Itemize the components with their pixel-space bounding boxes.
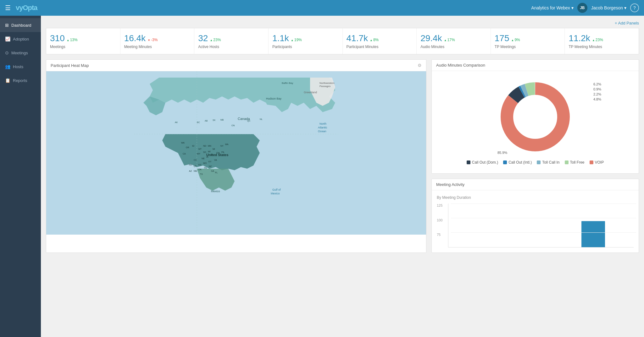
gridline-top — [451, 204, 636, 204]
heatmap-panel: Participant Heat Map ⚙ — [46, 59, 426, 253]
reports-icon: 📋 — [5, 78, 10, 83]
stat-meetings-value: 310 — [50, 33, 65, 43]
svg-text:AB: AB — [205, 120, 208, 122]
stat-audio-minutes-top: 29.4k 17% — [420, 33, 487, 43]
sidebar: ⊞ Dashboard 📈 Adoption ⊙ Meetings 👥 Host… — [0, 16, 41, 337]
stat-meeting-minutes-top: 16.4k -3% — [124, 33, 191, 43]
donut-legend: Call Out (Dom.) Call Out (Intl.) Toll Ca… — [467, 160, 604, 168]
sidebar-item-adoption[interactable]: 📈 Adoption — [0, 32, 41, 46]
stat-meeting-minutes-value: 16.4k — [124, 33, 146, 43]
svg-text:Mexico: Mexico — [211, 190, 220, 193]
add-panels-link[interactable]: + Add Panels — [615, 21, 639, 25]
stat-meeting-minutes-change: -3% — [147, 38, 158, 42]
hamburger-icon[interactable]: ☰ — [5, 4, 11, 12]
stat-tp-meetings-top: 175 9% — [495, 33, 561, 43]
activity-subtitle: By Meeting Duration — [437, 195, 634, 200]
svg-text:UT: UT — [194, 165, 197, 167]
svg-text:ON: ON — [231, 124, 235, 127]
y-label-125: 125 — [437, 204, 442, 207]
sidebar-item-dashboard[interactable]: ⊞ Dashboard — [0, 18, 41, 32]
stat-tp-meetings-change: 9% — [511, 38, 520, 42]
donut-labels: 6.2% 0.9% 2.2% 4.8% — [593, 82, 601, 102]
stat-active-hosts: 32 23% Active Hosts — [194, 28, 269, 54]
sidebar-label-adoption: Adoption — [13, 37, 29, 41]
svg-text:MT: MT — [198, 148, 202, 150]
svg-text:North: North — [319, 122, 326, 125]
svg-text:IL: IL — [211, 154, 213, 156]
right-panels: Audio Minutes Comparison — [431, 59, 639, 253]
svg-text:KY: KY — [208, 160, 212, 163]
hosts-icon: 👥 — [5, 64, 10, 69]
svg-text:NC: NC — [209, 165, 212, 167]
stat-active-hosts-label: Active Hosts — [198, 45, 264, 49]
avatar-initials: JB — [580, 6, 585, 10]
topbar-right: Analytics for Webex ▾ JB Jacob Borgeson … — [531, 3, 639, 13]
help-label: ? — [633, 5, 636, 10]
gridline-mid1 — [451, 218, 636, 218]
sidebar-item-reports[interactable]: 📋 Reports — [0, 73, 41, 87]
svg-text:OK: OK — [198, 168, 202, 171]
svg-text:Hudson Bay: Hudson Bay — [266, 97, 282, 100]
user-menu[interactable]: Jacob Borgeson ▾ — [591, 5, 626, 10]
up-icon5 — [444, 38, 447, 42]
stat-meetings-top: 310 13% — [50, 33, 116, 43]
sidebar-item-hosts[interactable]: 👥 Hosts — [0, 60, 41, 73]
svg-text:MB: MB — [220, 119, 224, 121]
stat-tp-meeting-minutes-top: 11.2k 23% — [569, 33, 635, 43]
y-axis: 125 100 75 — [437, 204, 442, 247]
svg-text:KS: KS — [198, 164, 202, 166]
svg-text:Northwestern: Northwestern — [319, 82, 335, 84]
analytics-dropdown[interactable]: Analytics for Webex ▾ — [531, 5, 573, 10]
stat-participant-minutes-change: 8% — [370, 38, 379, 42]
gear-icon[interactable]: ⚙ — [418, 63, 422, 68]
legend-callout-dom: Call Out (Dom.) — [467, 160, 498, 165]
stat-tp-meetings-label: TP Meetings — [495, 45, 561, 49]
sidebar-label-dashboard: Dashboard — [11, 23, 31, 28]
svg-text:SK: SK — [213, 119, 216, 121]
stat-active-hosts-change: 23% — [210, 38, 221, 42]
stat-participant-minutes-value: 41.7k — [347, 33, 368, 43]
charts-row: Participant Heat Map ⚙ — [46, 59, 639, 253]
stat-tp-meeting-minutes-value: 11.2k — [569, 33, 590, 43]
audio-header: Audio Minutes Comparison — [432, 60, 639, 71]
legend-dot-callout-intl — [503, 160, 507, 164]
sidebar-item-meetings[interactable]: ⊙ Meetings — [0, 46, 41, 60]
svg-text:MI: MI — [213, 148, 215, 150]
up-icon3 — [291, 38, 294, 42]
svg-text:BC: BC — [197, 121, 200, 123]
svg-text:Greenland: Greenland — [304, 91, 317, 94]
bar-chart-area — [448, 204, 634, 247]
add-panels-row: + Add Panels — [46, 21, 639, 25]
meetings-icon: ⊙ — [5, 50, 9, 55]
stat-tp-meeting-minutes: 11.2k 23% TP Meeting Minutes — [565, 28, 639, 54]
legend-dot-callout-dom — [467, 160, 470, 164]
svg-text:MO: MO — [203, 162, 207, 164]
adoption-icon: 📈 — [5, 36, 10, 41]
logo-accent: O — [23, 4, 28, 12]
legend-callout-intl: Call Out (Intl.) — [503, 160, 532, 165]
help-button[interactable]: ? — [630, 3, 639, 12]
svg-point-61 — [514, 95, 557, 138]
bar-chart: 125 100 75 — [437, 204, 634, 247]
svg-text:Passages: Passages — [319, 85, 330, 88]
audio-title: Audio Minutes Comparison — [436, 63, 485, 68]
svg-text:OH: OH — [216, 152, 220, 154]
label-toll-free: 4.8% — [593, 97, 601, 101]
chevron-down-icon: ▾ — [571, 5, 574, 10]
sidebar-label-reports: Reports — [13, 78, 27, 83]
dashboard-icon: ⊞ — [5, 23, 9, 28]
legend-label-voip: VOIP — [595, 160, 604, 165]
donut-container: 6.2% 0.9% 2.2% 4.8% 85.9% — [494, 76, 576, 158]
bar-6 — [581, 221, 605, 247]
sidebar-label-hosts: Hosts — [13, 64, 23, 69]
stat-active-hosts-value: 32 — [198, 33, 208, 43]
stat-tp-meeting-minutes-change: 23% — [592, 38, 603, 42]
svg-text:WI: WI — [208, 150, 211, 153]
svg-text:Gulf of: Gulf of — [272, 188, 281, 191]
donut-chart — [494, 76, 576, 158]
stat-participant-minutes-top: 41.7k 8% — [347, 33, 413, 43]
svg-text:NE: NE — [202, 157, 205, 160]
svg-text:NL: NL — [260, 118, 263, 120]
svg-text:ID: ID — [192, 145, 194, 147]
label-voip: 85.9% — [497, 151, 507, 155]
